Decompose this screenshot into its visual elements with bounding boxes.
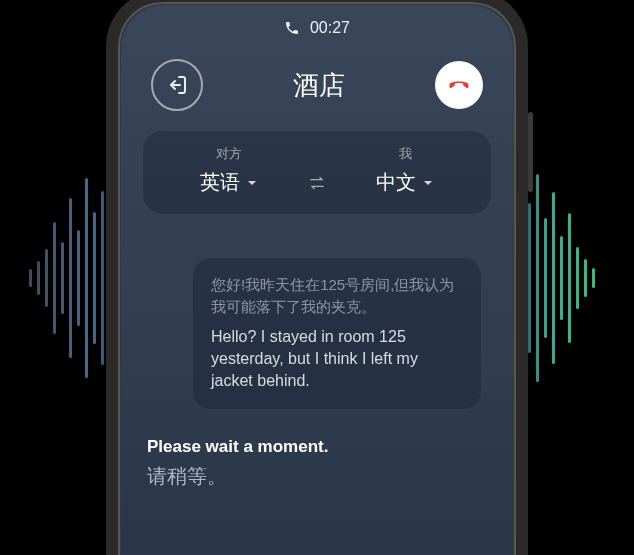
language-selector-card: 对方 英语 我 中文 bbox=[143, 131, 491, 214]
my-language-value: 中文 bbox=[376, 169, 416, 196]
hangup-icon bbox=[445, 71, 473, 99]
phone-side-button bbox=[528, 112, 533, 192]
other-language-label: 对方 bbox=[161, 145, 297, 163]
outgoing-pending: Please wait a moment. 请稍等。 bbox=[121, 409, 513, 490]
other-language-value: 英语 bbox=[200, 169, 240, 196]
swap-icon bbox=[307, 174, 327, 192]
swap-languages-button[interactable] bbox=[297, 174, 337, 192]
my-language-label: 我 bbox=[337, 145, 473, 163]
call-duration: 00:27 bbox=[310, 19, 350, 37]
stage: 00:27 酒店 对方 bbox=[0, 0, 634, 555]
exit-button[interactable] bbox=[151, 59, 203, 111]
chevron-down-icon bbox=[422, 177, 434, 189]
phone-frame: 00:27 酒店 对方 bbox=[106, 0, 528, 555]
incoming-translated-text: Hello? I stayed in room 125 yesterday, b… bbox=[211, 326, 463, 393]
call-title: 酒店 bbox=[293, 68, 345, 103]
screen: 00:27 酒店 对方 bbox=[121, 5, 513, 555]
outgoing-text-zh: 请稍等。 bbox=[147, 463, 487, 490]
conversation-area: 您好!我昨天住在125号房间,但我认为我可能落下了我的夹克。 Hello? I … bbox=[121, 214, 513, 409]
incoming-message-bubble: 您好!我昨天住在125号房间,但我认为我可能落下了我的夹克。 Hello? I … bbox=[193, 258, 481, 409]
incoming-original-text: 您好!我昨天住在125号房间,但我认为我可能落下了我的夹克。 bbox=[211, 274, 463, 318]
status-bar: 00:27 bbox=[121, 5, 513, 45]
call-header: 酒店 bbox=[121, 45, 513, 121]
other-language[interactable]: 对方 英语 bbox=[161, 145, 297, 196]
hangup-button[interactable] bbox=[435, 61, 483, 109]
outgoing-text-en: Please wait a moment. bbox=[147, 437, 487, 457]
phone-icon bbox=[284, 20, 300, 36]
chevron-down-icon bbox=[246, 177, 258, 189]
exit-icon bbox=[165, 73, 189, 97]
my-language[interactable]: 我 中文 bbox=[337, 145, 473, 196]
waveform-left bbox=[0, 0, 120, 555]
